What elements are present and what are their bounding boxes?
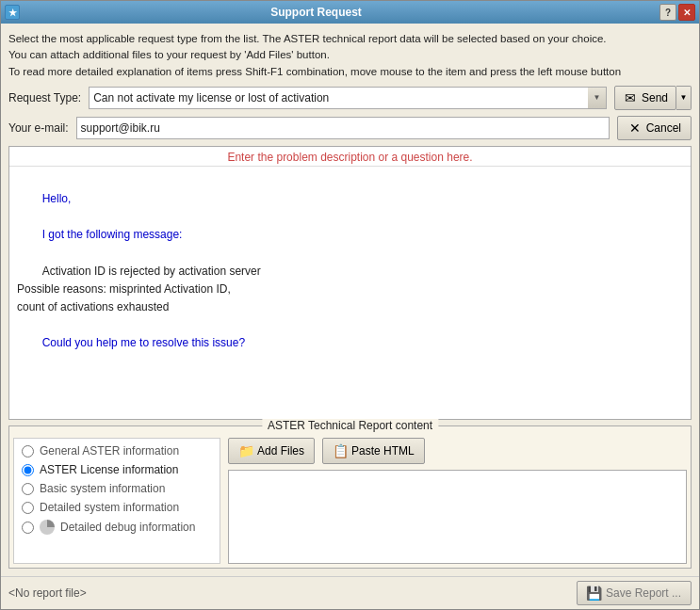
main-window: ★ Support Request ? ✕ Select the most ap…: [0, 0, 700, 610]
request-type-label: Request Type:: [8, 91, 81, 104]
loading-icon: [40, 520, 55, 535]
send-button[interactable]: ✉ Send: [614, 86, 676, 110]
title-buttons: ? ✕: [659, 4, 695, 21]
request-type-row: Request Type: Can not activate my licens…: [8, 86, 692, 110]
radio-aster-license-input[interactable]: [22, 464, 34, 476]
problem-hint: Enter the problem description or a quest…: [9, 147, 691, 167]
radio-aster-license[interactable]: ASTER License information: [22, 463, 212, 476]
folder-icon: 📁: [238, 443, 253, 458]
request-type-select[interactable]: Can not activate my license or lost of a…: [89, 87, 607, 109]
info-line3: To read more detailed explanation of ite…: [8, 64, 692, 80]
email-row: Your e-mail: ✕ Cancel: [8, 116, 692, 140]
info-line2: You can attach additional files to your …: [8, 47, 692, 63]
bottom-bar: <No report file> 💾 Save Report ...: [1, 576, 699, 609]
window-icon: ★: [5, 5, 20, 20]
technical-content: General ASTER information ASTER License …: [13, 438, 687, 564]
send-label: Send: [642, 91, 668, 104]
request-type-select-wrapper: Can not activate my license or lost of a…: [89, 87, 607, 109]
paste-html-label: Paste HTML: [351, 444, 415, 458]
radio-detailed-system-input[interactable]: [22, 502, 34, 514]
radio-general-aster-input[interactable]: [22, 445, 34, 458]
no-report-text: <No report file>: [8, 586, 87, 600]
cancel-icon: ✕: [627, 120, 643, 136]
add-files-button[interactable]: 📁 Add Files: [228, 438, 315, 464]
radio-general-aster-label: General ASTER information: [40, 444, 179, 458]
help-button[interactable]: ?: [659, 4, 676, 21]
radio-basic-system[interactable]: Basic system information: [22, 482, 212, 495]
cancel-label: Cancel: [646, 121, 681, 135]
radio-group: General ASTER information ASTER License …: [13, 438, 220, 564]
paste-icon: 📋: [333, 443, 348, 458]
title-bar-left: ★: [5, 5, 20, 20]
radio-general-aster[interactable]: General ASTER information: [22, 444, 212, 458]
technical-report-legend: ASTER Technical Report content: [262, 419, 438, 432]
problem-area: Enter the problem description or a quest…: [8, 146, 692, 420]
preview-area: [228, 470, 687, 564]
add-files-label: Add Files: [257, 444, 304, 458]
paste-html-button[interactable]: 📋 Paste HTML: [322, 438, 425, 464]
send-group: ✉ Send ▼: [614, 86, 692, 110]
envelope-icon: ✉: [623, 90, 638, 105]
radio-detailed-debug-label: Detailed debug information: [60, 521, 195, 534]
radio-basic-system-input[interactable]: [22, 483, 34, 495]
info-line1: Select the most applicable request type …: [8, 31, 692, 47]
right-buttons: 📁 Add Files 📋 Paste HTML: [228, 438, 687, 464]
radio-detailed-system-label: Detailed system information: [40, 501, 179, 514]
problem-text[interactable]: Hello, I got the following message: Acti…: [9, 167, 691, 419]
technical-report-group: ASTER Technical Report content General A…: [8, 425, 692, 569]
save-report-button[interactable]: 💾 Save Report ...: [577, 581, 692, 605]
email-label: Your e-mail:: [8, 121, 69, 135]
email-input[interactable]: [76, 117, 610, 139]
radio-detailed-system[interactable]: Detailed system information: [22, 501, 212, 514]
main-content: Select the most applicable request type …: [1, 24, 699, 576]
info-text: Select the most applicable request type …: [8, 31, 692, 80]
radio-basic-system-label: Basic system information: [40, 482, 165, 495]
right-panel: 📁 Add Files 📋 Paste HTML: [228, 438, 687, 564]
cancel-button[interactable]: ✕ Cancel: [617, 116, 692, 140]
window-title: Support Request: [20, 6, 612, 19]
save-report-label: Save Report ...: [606, 586, 681, 600]
title-bar: ★ Support Request ? ✕: [1, 1, 699, 24]
send-arrow-button[interactable]: ▼: [676, 86, 692, 110]
close-button[interactable]: ✕: [678, 4, 695, 21]
radio-aster-license-label: ASTER License information: [40, 463, 178, 476]
radio-detailed-debug-input[interactable]: [22, 522, 34, 534]
radio-detailed-debug[interactable]: Detailed debug information: [22, 520, 212, 535]
save-icon: 💾: [587, 586, 602, 601]
